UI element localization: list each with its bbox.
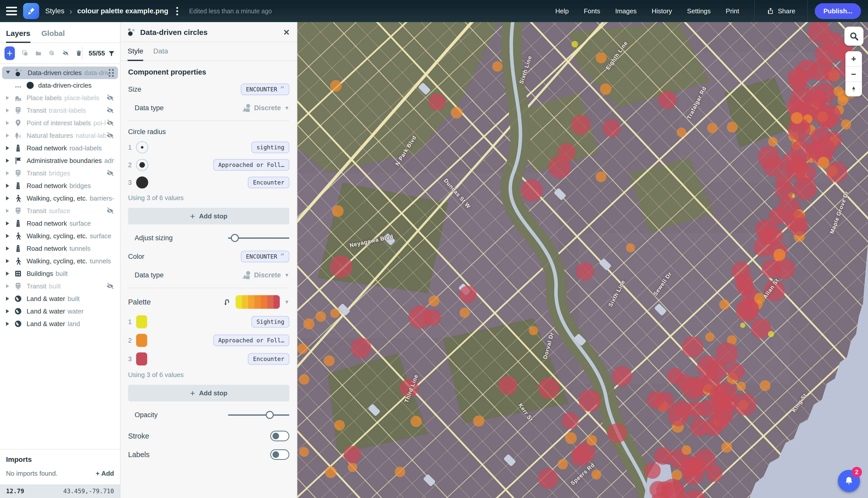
tab-data[interactable]: Data	[153, 47, 168, 61]
map-compass-button[interactable]: ▲▼	[845, 81, 862, 96]
duplicate-layer-icon[interactable]	[22, 49, 28, 57]
kebab-menu-icon[interactable]	[174, 6, 180, 16]
add-layer-button[interactable]: +	[4, 47, 15, 60]
color-field-chip[interactable]: ENCOUNTER”	[241, 251, 289, 262]
map-canvas[interactable]: Sixth LineEighth LineTrafalgar RdDundas …	[297, 22, 868, 498]
hidden-eye-icon[interactable]	[106, 282, 114, 290]
stroke-toggle[interactable]	[270, 431, 289, 441]
map-zoom-in-button[interactable]: +	[845, 51, 862, 66]
layer-row-administrative-boundaries-admin[interactable]: Administrative boundariesadmin	[2, 154, 118, 167]
layer-row-walking-cycling-etc--tunnels[interactable]: Walking, cycling, etc.tunnels	[2, 255, 118, 267]
layer-row-transit-surface[interactable]: Transitsurface	[2, 205, 118, 217]
labels-toggle[interactable]	[270, 449, 289, 460]
expand-caret-icon[interactable]	[6, 322, 9, 326]
expand-caret-icon[interactable]	[6, 259, 9, 263]
expand-caret-icon[interactable]	[6, 121, 9, 125]
layer-row-road-network-tunnels[interactable]: Road networktunnels	[2, 242, 118, 255]
hidden-eye-icon[interactable]	[106, 169, 114, 177]
expand-caret-icon[interactable]	[6, 309, 9, 313]
expand-caret-icon[interactable]	[6, 247, 9, 250]
notifications-button[interactable]: 2	[838, 470, 860, 492]
overflow-menu-icon[interactable]: ...	[15, 82, 22, 89]
layer-row-buildings-built[interactable]: Buildingsbuilt	[2, 267, 118, 280]
menu-settings[interactable]: Settings	[687, 7, 711, 15]
layer-row-data-driven-circles-data-driven-circles[interactable]: Data-driven circlesdata-driven-circles	[2, 66, 118, 79]
hidden-eye-icon[interactable]	[106, 132, 114, 140]
tab-layers[interactable]: Layers	[6, 29, 30, 43]
layer-row-walking-cycling-etc--barriers-bridges[interactable]: Walking, cycling, etc.barriers-bridges	[2, 192, 118, 205]
drag-handle[interactable]	[109, 69, 114, 77]
expand-caret-icon[interactable]	[6, 159, 9, 163]
layer-row-point-of-interest-labels-poi-labels[interactable]: Point of interest labelspoi-labels	[2, 117, 118, 129]
tab-style[interactable]: Style	[128, 47, 143, 61]
reverse-palette-icon[interactable]	[222, 298, 231, 306]
close-icon[interactable]: ✕	[283, 28, 290, 37]
layer-row-natural-features-natural-labels[interactable]: Natural featuresnatural-labels	[2, 129, 118, 142]
share-button[interactable]: Share	[754, 0, 808, 22]
expand-caret-icon[interactable]	[6, 221, 9, 225]
size-stop-value-chip[interactable]: Approached or Foll…	[213, 159, 289, 171]
expand-caret-icon[interactable]	[6, 196, 9, 200]
layer-row-transit-built[interactable]: Transitbuilt	[2, 280, 118, 292]
expand-caret-icon[interactable]	[6, 272, 9, 276]
hidden-eye-icon[interactable]	[106, 119, 114, 127]
layer-row-walking-cycling-etc--surface[interactable]: Walking, cycling, etc.surface	[2, 230, 118, 242]
publish-button[interactable]: Publish...	[815, 3, 861, 19]
hidden-eye-icon[interactable]	[106, 207, 114, 215]
select-data-icon[interactable]	[49, 49, 55, 57]
group-layers-icon[interactable]	[35, 49, 42, 57]
tab-global[interactable]: Global	[41, 29, 65, 42]
expand-caret-icon[interactable]	[6, 184, 9, 188]
adjust-sizing-slider[interactable]	[228, 234, 289, 242]
layer-row-land-water-water[interactable]: Land & waterwater	[2, 305, 118, 317]
expand-caret-icon[interactable]	[6, 209, 9, 213]
layer-row-road-network-road-labels[interactable]: Road networkroad-labels	[2, 142, 118, 154]
color-swatch[interactable]	[136, 334, 147, 347]
menu-help[interactable]: Help	[555, 7, 569, 15]
menu-print[interactable]: Print	[726, 7, 739, 15]
expand-caret-icon[interactable]	[6, 108, 9, 113]
expand-caret-icon[interactable]	[6, 146, 9, 150]
size-stop-value-chip[interactable]: sighting	[251, 142, 289, 153]
size-data-type-select[interactable]: Discrete▼	[243, 104, 289, 112]
expand-caret-icon[interactable]	[6, 234, 9, 238]
hidden-eye-icon[interactable]	[106, 94, 114, 102]
opacity-slider[interactable]	[228, 411, 289, 419]
layer-row-transit-bridges[interactable]: Transitbridges	[2, 167, 118, 180]
hidden-eye-icon[interactable]	[106, 106, 114, 115]
expand-caret-icon[interactable]	[6, 297, 9, 301]
layer-row-road-network-surface[interactable]: Road networksurface	[2, 217, 118, 230]
size-stop-value-chip[interactable]: Encounter	[248, 177, 289, 188]
color-stop-value-chip[interactable]: Approached or Foll…	[213, 335, 289, 346]
palette-select[interactable]: ▼	[222, 295, 289, 309]
layer-child-row[interactable]: ...data-driven-circles	[2, 79, 118, 92]
delete-layer-icon[interactable]	[76, 49, 82, 57]
layer-row-land-water-built[interactable]: Land & waterbuilt	[2, 292, 118, 305]
expand-caret-icon[interactable]	[6, 171, 9, 175]
color-swatch[interactable]	[136, 315, 147, 328]
expand-caret-icon[interactable]	[6, 96, 9, 100]
menu-history[interactable]: History	[652, 7, 672, 15]
layer-row-transit-transit-labels[interactable]: Transittransit-labels	[2, 104, 118, 117]
menu-fonts[interactable]: Fonts	[584, 7, 600, 15]
color-stop-value-chip[interactable]: Sighting	[251, 316, 289, 328]
color-stop-value-chip[interactable]: Encounter	[248, 353, 289, 365]
color-data-type-select[interactable]: Discrete▼	[243, 271, 289, 279]
hamburger-menu-icon[interactable]	[6, 7, 17, 15]
expand-caret-icon[interactable]	[6, 284, 9, 288]
breadcrumb-styles-link[interactable]: Styles	[45, 7, 64, 15]
size-field-chip[interactable]: ENCOUNTER”	[241, 83, 289, 95]
expand-caret-icon[interactable]	[6, 71, 10, 76]
expand-caret-icon[interactable]	[6, 133, 9, 137]
toggle-visibility-icon[interactable]	[62, 49, 69, 57]
map-search-button[interactable]	[844, 27, 864, 46]
style-editor-logo-icon[interactable]	[23, 3, 39, 19]
add-import-button[interactable]: + Add	[96, 470, 114, 477]
color-swatch[interactable]	[136, 352, 147, 366]
add-color-stop-button[interactable]: +Add stop	[128, 385, 289, 401]
layer-row-road-network-bridges[interactable]: Road networkbridges	[2, 180, 118, 192]
map-zoom-out-button[interactable]: −	[845, 66, 862, 81]
filter-icon[interactable]	[108, 50, 115, 57]
menu-images[interactable]: Images	[615, 7, 636, 15]
layer-row-place-labels-place-labels[interactable]: Place labelsplace-labels	[2, 92, 118, 104]
